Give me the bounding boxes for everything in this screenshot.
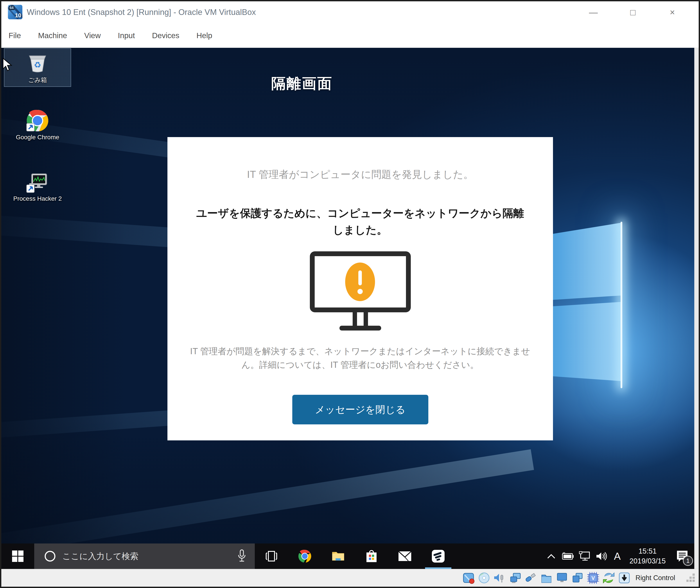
tray-chevron-up-icon[interactable] <box>543 543 560 569</box>
store-icon <box>365 549 378 563</box>
titlebar: 64 10 Windows 10 Ent (Snapshot 2) [Runni… <box>1 1 699 23</box>
notification-badge: 1 <box>683 556 693 566</box>
close-button[interactable]: × <box>653 1 692 23</box>
vm-desktop: 隔離画面 ♻ ごみ箱 Google Chrome <box>1 48 694 569</box>
minimize-button[interactable]: — <box>574 1 613 23</box>
menu-devices[interactable]: Devices <box>152 31 179 40</box>
desktop-icon-recycle-bin[interactable]: ♻ ごみ箱 <box>5 50 70 84</box>
close-message-button[interactable]: メッセージを閉じる <box>292 395 428 424</box>
network-status-icon[interactable] <box>509 572 522 584</box>
tray-network-icon[interactable] <box>576 543 593 569</box>
audio-status-icon[interactable] <box>493 572 506 584</box>
action-center-button[interactable]: 1 <box>670 543 694 569</box>
active-app-underline <box>425 567 451 569</box>
dialog-title: IT 管理者がコンピュータに問題を発見しました。 <box>167 168 553 181</box>
svg-text:V: V <box>591 575 595 581</box>
task-view-button[interactable] <box>255 543 288 569</box>
menu-machine[interactable]: Machine <box>38 31 67 40</box>
shared-clipboard-status-icon[interactable] <box>602 572 615 584</box>
clock-date: 2019/03/15 <box>627 556 668 566</box>
file-explorer-icon <box>331 549 345 563</box>
mouse-cursor <box>3 58 13 72</box>
taskbar-mail[interactable] <box>388 543 422 569</box>
recycle-bin-icon: ♻ <box>25 50 50 74</box>
tray-clock[interactable]: 15:51 2019/03/15 <box>627 546 668 566</box>
windows-start-icon <box>12 550 23 562</box>
task-view-icon <box>265 550 277 562</box>
tray-battery-icon[interactable] <box>560 543 576 569</box>
clock-time: 15:51 <box>627 546 668 556</box>
resize-grip[interactable] <box>686 573 696 583</box>
vm-icon-10-label: 10 <box>15 12 21 19</box>
menubar: File Machine View Input Devices Help <box>1 23 699 48</box>
window-title: Windows 10 Ent (Snapshot 2) [Running] - … <box>27 1 256 23</box>
menu-view[interactable]: View <box>84 31 101 40</box>
microphone-icon[interactable] <box>237 549 246 563</box>
display-status-icon[interactable] <box>556 572 568 584</box>
shared-folders-status-icon[interactable] <box>540 572 553 584</box>
hard-disk-status-icon[interactable] <box>462 572 475 584</box>
optical-disk-status-icon[interactable] <box>478 572 491 584</box>
isolation-dialog: IT 管理者がコンピュータに問題を発見しました。 ユーザを保護するために、コンピ… <box>167 137 553 440</box>
chrome-icon <box>26 109 49 132</box>
cortana-icon <box>44 550 56 562</box>
isolation-screen-caption: 隔離画面 <box>225 74 379 93</box>
menu-file[interactable]: File <box>9 31 21 40</box>
taskbar-search-box[interactable]: ここに入力して検索 <box>34 543 255 569</box>
system-tray: A 15:51 2019/03/15 1 <box>543 543 694 569</box>
mail-icon <box>398 550 412 562</box>
search-placeholder: ここに入力して検索 <box>62 551 138 562</box>
usb-status-icon[interactable] <box>525 572 537 584</box>
process-hacker-icon <box>26 171 49 193</box>
host-key-label: Right Control <box>636 574 675 582</box>
taskbar-f-secure[interactable] <box>422 543 455 569</box>
tray-ime-indicator[interactable]: A <box>610 550 625 562</box>
virtualbox-vm-icon: 64 10 <box>8 5 22 19</box>
f-secure-icon <box>432 549 445 563</box>
tray-volume-icon[interactable] <box>593 543 610 569</box>
start-button[interactable] <box>1 543 34 569</box>
dialog-body-text: IT 管理者が問題を解決するまで、ネットワークまたはインターネットに接続できませ… <box>189 344 531 372</box>
virtualbox-window: 64 10 Windows 10 Ent (Snapshot 2) [Runni… <box>0 0 700 588</box>
maximize-button[interactable]: □ <box>613 1 653 23</box>
chrome-icon <box>298 549 311 563</box>
window-side-strip <box>694 48 699 569</box>
monitor-warning-icon <box>309 251 412 339</box>
taskbar-chrome[interactable] <box>288 543 321 569</box>
desktop-icon-google-chrome[interactable]: Google Chrome <box>5 109 70 141</box>
svg-text:♻: ♻ <box>34 60 41 70</box>
menu-help[interactable]: Help <box>196 31 212 40</box>
vm-icon-64-badge: 64 <box>9 6 14 10</box>
cpu-status-icon[interactable]: V <box>587 572 600 584</box>
taskbar-file-explorer[interactable] <box>321 543 355 569</box>
recording-status-icon[interactable] <box>571 572 584 584</box>
desktop-icon-process-hacker[interactable]: Process Hacker 2 <box>5 171 70 202</box>
keyboard-status-icon[interactable] <box>618 572 631 584</box>
vbox-statusbar: V Right Control <box>1 569 699 587</box>
taskbar: ここに入力して検索 <box>1 543 694 569</box>
dialog-heading: ユーザを保護するために、コンピューターをネットワークから隔離しました。 <box>195 205 525 238</box>
menu-input[interactable]: Input <box>118 31 135 40</box>
taskbar-store[interactable] <box>355 543 388 569</box>
